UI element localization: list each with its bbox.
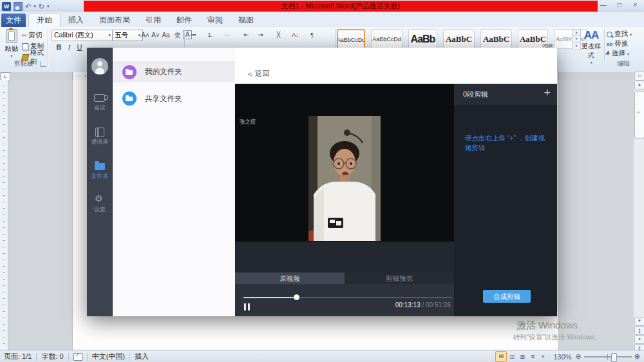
cut-button[interactable]: ✂剪切 [22, 30, 43, 41]
italic-button[interactable]: I [64, 43, 74, 52]
activation-watermark-line2: 转到“设置”以激活 Windows。 [513, 333, 601, 342]
vertical-scrollbar[interactable]: ▭ ▲ ▼ ▲▲ ● ▼▼ [634, 71, 644, 350]
contacts-icon[interactable] [95, 128, 104, 137]
save-icon[interactable] [14, 2, 23, 11]
draft-view-icon[interactable]: ≡ [538, 352, 548, 361]
sidebar-item-folder[interactable]: 文件夹 [87, 172, 113, 180]
tab-home[interactable]: 开始 [28, 14, 61, 27]
sort-icon[interactable]: A↓ [290, 30, 301, 40]
zoom-in-icon[interactable]: ⊕ [634, 352, 640, 361]
zoom-slider[interactable] [584, 353, 632, 361]
show-marks-icon[interactable]: ¶ [307, 30, 317, 40]
progress-played [243, 297, 296, 298]
previous-page-icon[interactable]: ▲▲ [634, 326, 644, 335]
window-controls: — □ × [596, 1, 643, 10]
proofing-icon[interactable] [73, 353, 82, 361]
fullscreen-reading-view-icon[interactable]: ◫ [507, 352, 517, 361]
bullets-icon[interactable]: ≔ [188, 30, 199, 40]
style-chip-heading1[interactable]: AaBb [408, 29, 437, 49]
tab-insert[interactable]: 插入 [61, 14, 91, 27]
find-button[interactable]: 查找▾ [607, 30, 632, 39]
tab-page-layout[interactable]: 页面布局 [91, 14, 138, 27]
restore-icon[interactable]: □ [612, 1, 627, 10]
insert-mode[interactable]: 插入 [135, 352, 149, 361]
tab-original-video[interactable]: 原视频 [235, 272, 345, 284]
print-layout-view-icon[interactable]: ▤ [495, 351, 507, 362]
clips-hint-line2: 频剪辑 [465, 143, 549, 153]
select-button[interactable]: 选择▾ [607, 49, 629, 58]
time-total: 00:51:26 [426, 301, 451, 309]
grow-font-icon[interactable]: A˄ [140, 30, 150, 40]
paste-button[interactable]: 粘贴 ▾ [3, 29, 21, 60]
video-stage: 张之煜 [235, 84, 454, 242]
increase-indent-icon[interactable]: ⇥ [255, 30, 266, 40]
bold-button[interactable]: B [54, 43, 64, 52]
sidebar-item-settings[interactable]: 设置 [87, 205, 113, 214]
sidebar-item-meeting[interactable]: 会议 [87, 104, 113, 112]
zoom-level[interactable]: 130% [553, 353, 571, 361]
multilevel-list-icon[interactable]: ⋯ [222, 30, 232, 40]
vertical-ruler[interactable] [0, 80, 8, 350]
clipboard-dialog-launcher-icon[interactable] [41, 62, 46, 67]
style-chip-heading2[interactable]: AaBbC [443, 29, 475, 49]
word-count[interactable]: 字数: 0 [41, 352, 63, 361]
tab-clip-preview[interactable]: 剪辑预览 [345, 272, 454, 284]
pause-icon[interactable] [244, 303, 250, 310]
zoom-out-icon[interactable]: ⊖ [576, 352, 582, 361]
avatar[interactable] [91, 58, 108, 75]
scrollbar-thumb[interactable] [634, 91, 644, 138]
settings-gear-icon[interactable]: ⚙ [95, 194, 103, 203]
font-name-combobox[interactable]: Calibri (西文)▾ [52, 30, 113, 41]
undo-icon[interactable]: ↶ [25, 2, 31, 11]
redo-icon[interactable]: ↻ [39, 2, 44, 11]
copy-icon [22, 43, 28, 50]
clips-panel: 0段剪辑 + 请点击右上角 “+” ，创建视 频剪辑 合成剪辑 [454, 84, 557, 316]
select-icon [605, 50, 611, 56]
progress-handle[interactable] [294, 294, 299, 300]
folder-icon[interactable] [95, 163, 105, 170]
replace-icon: ab [607, 41, 612, 47]
tab-mailings[interactable]: 邮件 [169, 14, 200, 27]
style-chip-no-spacing[interactable]: AaBbCcDd [371, 29, 402, 49]
undo-dropdown-icon[interactable]: ▾ [33, 4, 36, 9]
web-layout-view-icon[interactable]: ▥ [517, 352, 527, 361]
qat-customize-icon[interactable]: ▾ [47, 4, 50, 9]
change-styles-button[interactable]: AA 更改样式 ▾ [580, 29, 603, 64]
compose-clips-button[interactable]: 合成剪辑 [483, 290, 531, 303]
meeting-app-dialog: 会议 通讯录 文件夹 ⚙ 设置 我的文件夹 共享文件夹 < 返回 [87, 48, 557, 316]
scroll-up-icon[interactable]: ▲ [634, 81, 644, 90]
minimize-icon[interactable]: — [596, 1, 611, 10]
scroll-down-icon[interactable]: ▼ [634, 317, 644, 326]
change-case-icon[interactable]: Aa [161, 30, 171, 40]
language-indicator[interactable]: 中文(中国) [92, 352, 125, 361]
font-size-combobox[interactable]: 五号▾ [112, 30, 143, 41]
back-button[interactable]: < 返回 [248, 69, 270, 79]
speaker-video [308, 116, 381, 241]
list-item-shared-folder[interactable]: 共享文件夹 [113, 89, 235, 108]
numbering-icon[interactable]: 1. [205, 30, 216, 40]
sidebar-item-contacts[interactable]: 通讯录 [87, 138, 113, 146]
asian-layout-icon[interactable]: ╳ [273, 30, 284, 40]
tab-references[interactable]: 引用 [138, 14, 169, 27]
tab-file[interactable]: 文件 [1, 14, 26, 27]
style-chip-title[interactable]: AaBbC [480, 29, 512, 49]
player-bar: 00:13:13 / 00:51:26 [235, 284, 454, 316]
tab-review[interactable]: 审阅 [200, 14, 231, 27]
underline-button[interactable]: U [75, 43, 84, 52]
close-icon[interactable]: × [628, 1, 643, 10]
decrease-indent-icon[interactable]: ⇤ [241, 30, 252, 40]
replace-button[interactable]: ab替换 [607, 39, 628, 48]
outline-view-icon[interactable]: ≣ [527, 352, 538, 361]
tab-view[interactable]: 视图 [231, 14, 261, 27]
add-clip-icon[interactable]: + [544, 86, 551, 100]
browse-object-icon[interactable]: ● [634, 335, 644, 344]
meeting-icon[interactable] [94, 94, 105, 102]
shrink-font-icon[interactable]: A˅ [151, 30, 160, 40]
time-display: 00:13:13 / 00:51:26 [395, 301, 451, 309]
ruler-toggle-icon[interactable]: ▭ [634, 71, 644, 81]
zoom-slider-thumb[interactable] [611, 353, 617, 362]
list-item-my-folder[interactable]: 我的文件夹 [113, 61, 235, 82]
phonetic-guide-icon[interactable]: 变 [173, 30, 182, 40]
word-logo-icon: W [2, 2, 11, 11]
page-count[interactable]: 页面: 1/1 [4, 352, 32, 361]
